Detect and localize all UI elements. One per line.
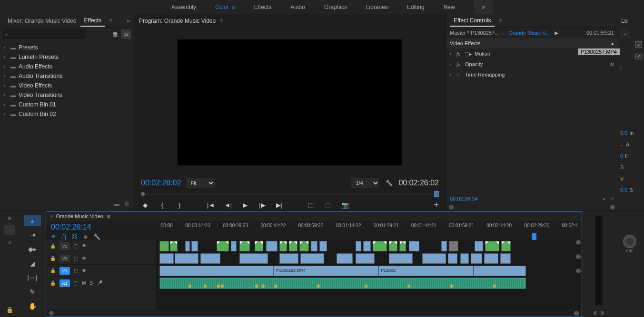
bin-audio-trans[interactable]: ›▬Audio Transitions	[0, 71, 134, 81]
clip[interactable]	[471, 253, 482, 264]
vscroll-thumb[interactable]	[576, 254, 581, 259]
clip[interactable]	[409, 241, 419, 251]
anchor-icon[interactable]: ⬚▸	[465, 51, 472, 57]
lumetri-check1[interactable]: ✓	[635, 41, 642, 48]
lumetri-val3[interactable]: 0.0	[620, 187, 627, 193]
ec-hscroll-thumb[interactable]	[449, 205, 454, 210]
clip[interactable]	[363, 241, 371, 251]
clip[interactable]	[373, 241, 387, 251]
slip-tool[interactable]: |↔|	[24, 272, 41, 283]
clip[interactable]	[448, 253, 457, 264]
scrub-start-handle[interactable]	[141, 192, 145, 196]
toggle-icon[interactable]: ⬚	[74, 268, 78, 273]
ec-video-effects-header[interactable]: Video Effects ▴ P1300257.MP4	[446, 38, 618, 48]
toggle-icon[interactable]: ⬚	[74, 280, 78, 286]
clip[interactable]	[389, 253, 413, 264]
toggle-icon[interactable]: ⬚	[74, 256, 78, 261]
eye-icon[interactable]: 👁	[82, 243, 87, 249]
effects-tab[interactable]: Effects	[80, 15, 105, 27]
clip[interactable]	[500, 253, 511, 264]
mixer-tab[interactable]: Mixer: Orande Music Video	[4, 16, 80, 26]
ws-effects[interactable]: Effects	[245, 0, 281, 14]
clip[interactable]	[441, 241, 447, 251]
panel-menu-icon[interactable]: ≡	[107, 213, 110, 219]
timeline-ruler[interactable]: :00:0000:00:14:2300:00:29:2300:00:44:220…	[156, 221, 582, 240]
track-header-v2[interactable]: 🔒V2⬚👁	[46, 252, 156, 265]
bin-audio-fx[interactable]: ›▬Audio Effects	[0, 62, 134, 71]
color-wheel[interactable]	[623, 235, 636, 248]
lock-icon[interactable]: 🔒	[6, 307, 13, 313]
panel-menu-icon[interactable]: ≡	[498, 18, 502, 24]
sequence-tab[interactable]: Orande Music Video	[56, 213, 103, 219]
clip[interactable]	[300, 253, 324, 264]
panel-menu-icon[interactable]: ≡	[109, 18, 112, 24]
clip[interactable]	[159, 266, 274, 276]
clip[interactable]	[356, 253, 375, 264]
clip[interactable]	[289, 241, 297, 251]
clip[interactable]	[319, 241, 327, 251]
solo-icon[interactable]: S	[89, 280, 93, 286]
search-icon[interactable]: ⌕	[8, 239, 11, 245]
reset-icon[interactable]: ⟲	[610, 61, 614, 67]
eye-icon[interactable]: 👁	[82, 268, 87, 273]
panel-menu-icon[interactable]: ≡	[219, 18, 223, 24]
clip[interactable]	[356, 241, 361, 251]
wrench-icon[interactable]: 🔧	[384, 178, 394, 188]
add-button-icon[interactable]: +	[434, 200, 439, 210]
ws-graphics[interactable]: Graphics	[315, 0, 357, 14]
program-scrubber[interactable]	[141, 190, 439, 197]
ec-sequence-link[interactable]: Orande Music V...	[508, 30, 550, 36]
ec-opacity-row[interactable]: ›fx Opacity ⟲	[446, 59, 618, 69]
out-bracket-icon[interactable]: }	[175, 202, 184, 209]
eye-icon[interactable]: 👁	[82, 256, 87, 261]
extract-icon[interactable]: ⬚	[324, 202, 332, 209]
ws-audio[interactable]: Audio	[281, 0, 315, 14]
lift-icon[interactable]: ⬚	[307, 202, 315, 209]
mic-icon[interactable]: 🎤	[97, 280, 102, 286]
ec-foot-icon1[interactable]: ▸	[603, 196, 606, 202]
ws-assembly[interactable]: Assembly	[162, 0, 206, 14]
ec-foot-timecode[interactable]: 00:02:26:14	[450, 196, 477, 202]
toggle-icon[interactable]: ⬚	[74, 243, 78, 249]
marker-icon[interactable]: ◆	[83, 233, 88, 240]
lumetri-dropdown[interactable]: ⌄	[620, 29, 630, 38]
project-icon[interactable]	[4, 225, 15, 235]
hamburger-icon[interactable]: ≡	[232, 4, 235, 10]
clip[interactable]	[231, 241, 237, 251]
zoom-dropdown[interactable]: Fit	[186, 178, 215, 188]
bin-video-fx[interactable]: ›▬Video Effects	[0, 81, 134, 90]
track-header-v1[interactable]: 🔒V1⬚👁	[46, 265, 156, 277]
timeline-lanes[interactable]: P1300228.MP4P13002	[156, 240, 582, 310]
clip[interactable]	[474, 266, 526, 276]
step-back-icon[interactable]: ◄|	[224, 202, 232, 209]
clip[interactable]	[185, 241, 190, 251]
clip[interactable]	[200, 253, 220, 264]
clip[interactable]	[501, 241, 511, 251]
lumetri-check2[interactable]: ✓	[635, 53, 642, 59]
hand-tool[interactable]: ✋	[24, 300, 41, 312]
clip[interactable]	[266, 241, 277, 251]
track-header-v3[interactable]: 🔒V3⬚👁	[46, 240, 156, 252]
clip[interactable]	[159, 253, 174, 264]
step-forward-icon[interactable]: |▶	[258, 202, 267, 209]
clip[interactable]: P1300228.MP4	[274, 266, 378, 276]
ripple-tool[interactable]: ◆▸	[24, 243, 41, 255]
ec-play-icon[interactable]: ▶	[555, 30, 558, 36]
clip[interactable]	[485, 241, 499, 251]
effects-search-input[interactable]	[3, 29, 86, 39]
effect-controls-tab[interactable]: Effect Controls	[450, 15, 495, 27]
new-bin-icon[interactable]: ▬	[114, 201, 119, 207]
clip[interactable]	[449, 241, 458, 251]
mark-in-icon[interactable]: ◆	[141, 202, 149, 209]
close-tab-icon[interactable]: ×	[50, 213, 53, 219]
clip[interactable]	[279, 253, 298, 264]
ec-foot-icon2[interactable]: ↗	[610, 196, 614, 202]
ec-hscroll-end[interactable]	[610, 205, 615, 210]
program-timecode-in[interactable]: 00:02:26:02	[141, 179, 181, 187]
playhead[interactable]	[532, 233, 536, 240]
goto-in-icon[interactable]: |◄	[207, 202, 215, 209]
timeline-timecode[interactable]: 00:02:26:14	[51, 223, 151, 231]
track-header-a1[interactable]: 🔒A1⬚MS🎤	[46, 277, 156, 289]
in-bracket-icon[interactable]: {	[158, 202, 167, 209]
snap-icon[interactable]: ✳	[51, 233, 56, 240]
